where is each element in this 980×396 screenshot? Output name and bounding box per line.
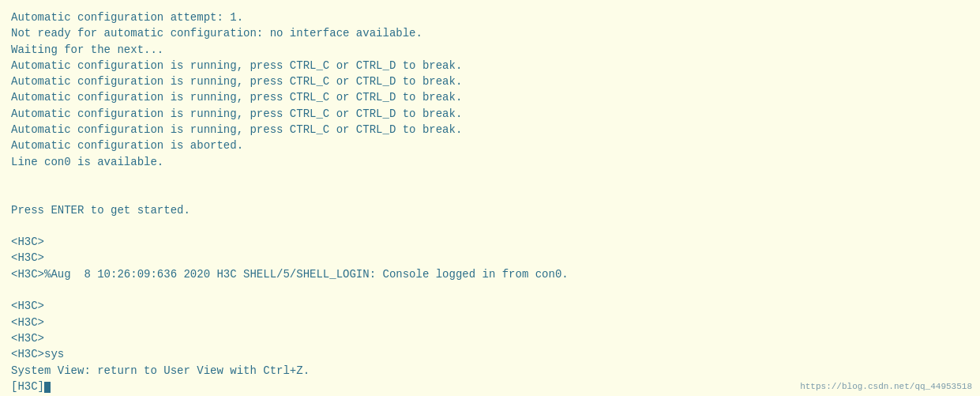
terminal-line: Not ready for automatic configuration: n…	[11, 25, 969, 41]
terminal-line: <H3C>	[11, 298, 969, 314]
terminal-line: <H3C>%Aug 8 10:26:09:636 2020 H3C SHELL/…	[11, 266, 969, 282]
terminal-line: Automatic configuration attempt: 1.	[11, 9, 969, 25]
terminal-line	[11, 186, 969, 202]
terminal-line: <H3C>	[11, 315, 969, 330]
terminal-line	[11, 282, 969, 298]
terminal-line: <H3C>	[11, 330, 969, 346]
terminal-line: <H3C>sys	[11, 346, 969, 362]
terminal-line: Automatic configuration is running, pres…	[11, 89, 969, 105]
terminal-line: Press ENTER to get started.	[11, 202, 969, 218]
terminal-line: Automatic configuration is running, pres…	[11, 58, 969, 74]
watermark: https://blog.csdn.net/qq_44953518	[800, 382, 972, 391]
terminal-output: Automatic configuration attempt: 1.Not r…	[11, 9, 969, 394]
terminal-line: Automatic configuration is running, pres…	[11, 122, 969, 138]
terminal-line: Automatic configuration is running, pres…	[11, 74, 969, 89]
terminal-line: Automatic configuration is running, pres…	[11, 106, 969, 122]
terminal-line	[11, 170, 969, 186]
terminal-line: Line con0 is available.	[11, 154, 969, 170]
terminal-line	[11, 218, 969, 234]
terminal-line: <H3C>	[11, 250, 969, 266]
terminal-line: <H3C>	[11, 234, 969, 250]
terminal-line: System View: return to User View with Ct…	[11, 363, 969, 379]
cursor	[44, 382, 51, 393]
terminal-window: Automatic configuration attempt: 1.Not r…	[0, 0, 980, 396]
terminal-line: Waiting for the next...	[11, 42, 969, 58]
terminal-line: Automatic configuration is aborted.	[11, 138, 969, 153]
